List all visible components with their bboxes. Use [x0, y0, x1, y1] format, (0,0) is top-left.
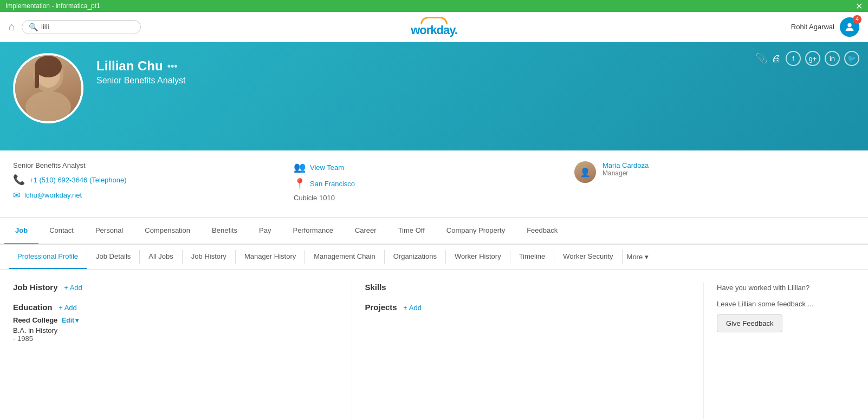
search-icon: 🔍	[29, 23, 38, 31]
chevron-down-icon: ▾	[75, 317, 79, 324]
email-row: ✉ lchu@workday.net	[13, 190, 294, 200]
cubicle-row: Cubicle 1010	[294, 194, 574, 202]
phone-icon: 📞	[13, 174, 25, 186]
nav-bar: ⌂ 🔍 workday. Rohit Agarwal 4	[0, 12, 868, 42]
give-feedback-button[interactable]: Give Feedback	[717, 314, 782, 332]
sub-tab-all-jobs[interactable]: All Jobs	[140, 245, 182, 270]
content-center: Skills Projects + Add	[352, 283, 704, 419]
profile-info-right: 👤 Maria Cardoza Manager	[574, 161, 855, 206]
content-area: Job History + Add Education + Add Reed C…	[0, 270, 868, 420]
notification-badge: 4	[853, 15, 861, 24]
sub-tab-timeline[interactable]: Timeline	[510, 245, 554, 270]
avatar-placeholder	[15, 55, 81, 121]
skills-title: Skills	[365, 283, 386, 292]
svg-point-2	[25, 91, 71, 121]
user-avatar[interactable]: 4	[840, 17, 859, 37]
sub-tab-manager-history[interactable]: Manager History	[236, 245, 305, 270]
nav-right: Rohit Agarwal 4	[791, 17, 859, 37]
sub-tab-job-details[interactable]: Job Details	[87, 245, 139, 270]
sub-tab-job-history[interactable]: Job History	[183, 245, 235, 270]
content-left: Job History + Add Education + Add Reed C…	[13, 283, 352, 419]
education-year: - 1985	[13, 334, 339, 343]
linkedin-icon[interactable]: in	[825, 51, 840, 66]
tab-job[interactable]: Job	[4, 218, 38, 245]
email-link[interactable]: lchu@workday.net	[24, 191, 82, 199]
logo-text: workday.	[411, 23, 457, 37]
header-actions: 📎 🖨 f g+ in 🐦	[755, 51, 859, 66]
google-plus-icon[interactable]: g+	[805, 51, 820, 66]
projects-title: Projects	[365, 303, 397, 312]
feedback-question: Have you worked with Lillian?	[717, 283, 855, 293]
top-bar: Implementation - informatica_pt1 ✕	[0, 0, 868, 12]
home-icon[interactable]: ⌂	[9, 21, 15, 33]
projects-add[interactable]: + Add	[403, 304, 422, 312]
sub-tab-organizations[interactable]: Organizations	[385, 245, 445, 270]
tab-personal[interactable]: Personal	[85, 218, 134, 245]
top-bar-title: Implementation - informatica_pt1	[5, 2, 856, 10]
attach-icon[interactable]: 📎	[755, 52, 767, 64]
main-tabs: Job Contact Personal Compensation Benefi…	[0, 218, 868, 245]
profile-options-icon[interactable]: •••	[167, 61, 178, 72]
feedback-subtext: Leave Lillian some feedback ...	[717, 299, 855, 310]
sub-tab-worker-history[interactable]: Worker History	[446, 245, 510, 270]
profile-header: Lillian Chu ••• Senior Benefits Analyst …	[0, 42, 868, 150]
sub-tab-worker-security[interactable]: Worker Security	[554, 245, 621, 270]
print-icon[interactable]: 🖨	[772, 53, 781, 64]
job-title-row: Senior Benefits Analyst	[13, 161, 294, 169]
location-row: 📍 San Francisco	[294, 178, 574, 189]
job-history-section: Job History + Add	[13, 283, 339, 292]
chevron-down-icon: ▾	[645, 253, 649, 261]
education-school: Reed College Edit ▾	[13, 316, 339, 324]
team-icon: 👥	[294, 161, 306, 173]
phone-link[interactable]: +1 (510) 692-3646 (Telephone)	[29, 176, 127, 184]
tab-pay[interactable]: Pay	[248, 218, 282, 245]
svg-rect-5	[35, 67, 39, 88]
education-degree: B.A. in History	[13, 326, 339, 334]
tab-company-property[interactable]: Company Property	[436, 218, 516, 245]
profile-title: Senior Benefits Analyst	[96, 76, 186, 86]
phone-row: 📞 +1 (510) 692-3646 (Telephone)	[13, 174, 294, 186]
manager-role: Manager	[603, 169, 649, 177]
tab-career[interactable]: Career	[344, 218, 387, 245]
projects-section: Projects + Add	[365, 303, 691, 312]
facebook-icon[interactable]: f	[786, 51, 801, 66]
location-link[interactable]: San Francisco	[310, 180, 355, 188]
tab-performance[interactable]: Performance	[282, 218, 344, 245]
profile-info-center: 👥 View Team 📍 San Francisco Cubicle 1010	[294, 161, 574, 206]
cubicle-label: Cubicle 1010	[294, 194, 335, 202]
team-row: 👥 View Team	[294, 161, 574, 173]
tab-feedback[interactable]: Feedback	[516, 218, 568, 245]
sub-tab-management-chain[interactable]: Management Chain	[305, 245, 384, 270]
user-name: Rohit Agarwal	[791, 23, 834, 31]
tab-compensation[interactable]: Compensation	[134, 218, 201, 245]
email-icon: ✉	[13, 190, 20, 200]
job-title-label: Senior Benefits Analyst	[13, 161, 86, 169]
skills-section: Skills	[365, 283, 691, 292]
search-bar[interactable]: 🔍	[22, 20, 141, 34]
workday-logo: workday.	[411, 17, 457, 37]
profile-info-left: Senior Benefits Analyst 📞 +1 (510) 692-3…	[13, 161, 294, 206]
job-history-title: Job History	[13, 283, 58, 292]
profile-name: Lillian Chu •••	[96, 58, 186, 74]
profile-info-section: Senior Benefits Analyst 📞 +1 (510) 692-3…	[0, 150, 868, 218]
search-input[interactable]	[41, 23, 134, 31]
education-section: Education + Add Reed College Edit ▾ B.A.…	[13, 303, 339, 343]
education-edit-link[interactable]: Edit ▾	[62, 317, 79, 324]
tab-benefits[interactable]: Benefits	[201, 218, 248, 245]
twitter-icon[interactable]: 🐦	[844, 51, 859, 66]
view-team-link[interactable]: View Team	[310, 163, 344, 172]
sub-tabs: Professional Profile Job Details All Job…	[0, 245, 868, 270]
close-icon[interactable]: ✕	[856, 1, 863, 11]
manager-name[interactable]: Maria Cardoza	[603, 161, 649, 169]
tab-time-off[interactable]: Time Off	[387, 218, 436, 245]
location-icon: 📍	[294, 178, 306, 189]
education-title: Education	[13, 303, 53, 312]
tab-contact[interactable]: Contact	[38, 218, 85, 245]
content-right: Have you worked with Lillian? Leave Lill…	[703, 283, 855, 419]
sub-tab-more[interactable]: More ▾	[623, 245, 653, 269]
sub-tab-professional-profile[interactable]: Professional Profile	[9, 245, 87, 270]
avatar	[13, 53, 83, 123]
job-history-add[interactable]: + Add	[64, 284, 82, 292]
profile-name-area: Lillian Chu ••• Senior Benefits Analyst	[96, 53, 186, 86]
education-add[interactable]: + Add	[59, 304, 77, 312]
